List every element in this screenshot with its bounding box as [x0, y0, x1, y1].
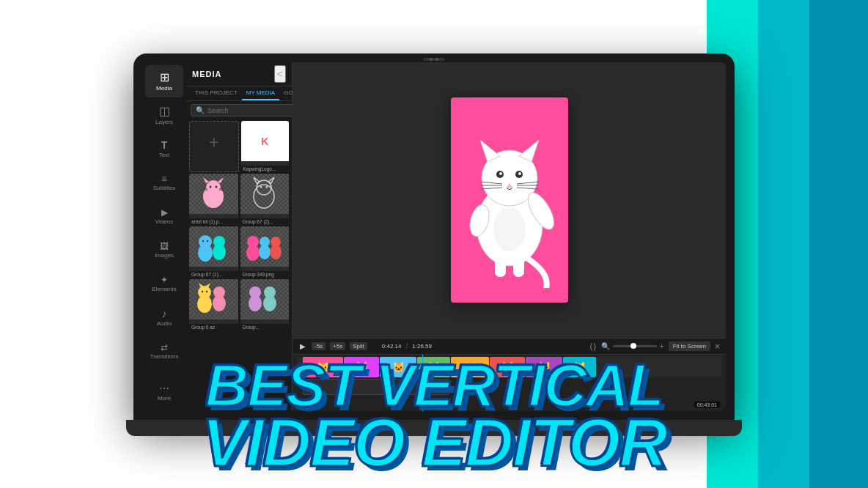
- sidebar-label-audio: Audio: [157, 320, 172, 327]
- media-panel: MEDIA < THIS PROJECT MY MEDIA GOOGLE PHO…: [186, 62, 293, 411]
- editor-main: ▶ -5s +5s Split 0:42.14 / 1:26.59 ⟨⟩ 🔍: [293, 62, 726, 411]
- media-row-3: Group 67 (1)...: [189, 226, 289, 278]
- artist-kit-label: artist kit (1).p...: [189, 218, 238, 225]
- layers-icon: ◫: [159, 106, 170, 117]
- sidebar-item-text[interactable]: T Text: [145, 133, 183, 165]
- subtitles-icon: ≡: [161, 174, 166, 183]
- sidebar-label-elements: Elements: [152, 286, 176, 292]
- sidebar-label-layers: Layers: [155, 119, 173, 125]
- group-67-2-thumb[interactable]: Group 67 (2)...: [240, 174, 290, 225]
- search-bar: 🔍 × Go: [191, 104, 287, 117]
- tab-my-media[interactable]: MY MEDIA: [242, 86, 279, 100]
- timestamp-badge: 00:43:01: [694, 402, 720, 408]
- group-extra-label: Group...: [240, 324, 290, 330]
- group349-label: Group 349.png: [240, 271, 290, 278]
- panel-collapse-button[interactable]: <: [274, 65, 286, 83]
- clip-1-thumb: 🐱: [317, 361, 329, 373]
- zoom-thumb: [630, 343, 636, 349]
- clip-4-thumb: 🐱: [427, 361, 440, 373]
- media-row-2: artist kit (1).p...: [189, 174, 289, 225]
- sidebar-item-layers[interactable]: ◫ Layers: [145, 99, 183, 131]
- sidebar-item-media[interactable]: ⊞ Media: [145, 65, 183, 97]
- transitions-icon: ⇄: [161, 343, 168, 352]
- group349-inner: [240, 226, 290, 267]
- bg-bar-blue: [809, 0, 868, 488]
- split-button[interactable]: Split: [350, 342, 367, 350]
- upload-plus-icon: +: [209, 132, 219, 152]
- clip-6[interactable]: 🐱: [490, 357, 525, 377]
- svg-point-17: [198, 244, 213, 262]
- play-button[interactable]: ▶: [298, 341, 307, 352]
- svg-point-15: [266, 185, 268, 188]
- clip-1[interactable]: 🐱: [303, 357, 343, 377]
- group-349-thumb[interactable]: Group 349.png: [240, 226, 290, 278]
- cat-svg-pink: [197, 176, 230, 212]
- video-preview: [451, 97, 568, 303]
- timeline-track-2[interactable]: [297, 379, 721, 395]
- sidebar-item-transitions[interactable]: ⇄ Transitions: [145, 335, 183, 367]
- timeline: ▶ -5s +5s Split 0:42.14 / 1:26.59 ⟨⟩ 🔍: [293, 338, 726, 411]
- sidebar-item-audio[interactable]: ♪ Audio: [145, 301, 183, 333]
- clip-8[interactable]: 🐱: [563, 357, 596, 377]
- search-input-wrapper[interactable]: 🔍 ×: [191, 104, 302, 117]
- sidebar-label-videos: Videos: [155, 218, 173, 225]
- cat-svg-white: [248, 176, 281, 212]
- group-0-az-thumb[interactable]: Group 0 az: [189, 279, 238, 330]
- sidebar-item-videos[interactable]: ▶ Videos: [145, 200, 183, 232]
- clip-2[interactable]: 🐱: [344, 357, 379, 377]
- clip-3[interactable]: 🐱: [380, 357, 416, 377]
- svg-point-25: [259, 245, 271, 259]
- kapwing-logo-thumb[interactable]: K KapwingLogo...: [241, 121, 290, 172]
- media-icon: ⊞: [160, 72, 169, 84]
- svg-point-19: [213, 244, 226, 260]
- zoom-slider[interactable]: [613, 345, 657, 347]
- artist-kit-thumb[interactable]: artist kit (1).p...: [189, 174, 238, 225]
- more-icon: ⋯: [159, 383, 169, 393]
- svg-point-14: [260, 185, 262, 188]
- sidebar-label-subtitles: Subtitles: [153, 185, 176, 191]
- search-input[interactable]: [207, 107, 290, 114]
- plus5-button[interactable]: +5s: [330, 342, 345, 350]
- panel-title: MEDIA: [192, 70, 221, 78]
- timeline-close-button[interactable]: ×: [715, 341, 720, 352]
- svg-point-21: [207, 240, 208, 241]
- sidebar-item-elements[interactable]: ✦ Elements: [145, 267, 183, 300]
- svg-point-4: [209, 185, 211, 188]
- tab-this-project[interactable]: THIS PROJECT: [191, 86, 242, 100]
- minus5-button[interactable]: -5s: [312, 342, 326, 350]
- group-67-1-thumb[interactable]: Group 67 (1)...: [189, 226, 238, 278]
- svg-marker-3: [218, 177, 224, 183]
- svg-marker-12: [254, 177, 260, 183]
- clip-t2-1[interactable]: [303, 379, 449, 395]
- sidebar-item-images[interactable]: 🖼 Images: [145, 234, 183, 266]
- svg-point-5: [215, 185, 217, 188]
- group-extra-thumb[interactable]: Group...: [240, 279, 290, 330]
- timeline-track-1[interactable]: 🐱 🐱 🐱 🐱 🐱: [297, 357, 721, 377]
- zoom-out-icon: 🔍: [601, 342, 610, 350]
- sidebar-item-subtitles[interactable]: ≡ Subtitles: [145, 166, 183, 199]
- clip-7-thumb: 🐱: [538, 361, 551, 373]
- group67-2-inner: [240, 174, 290, 214]
- canvas-area: [293, 62, 726, 338]
- group67-1-label: Group 67 (1)...: [189, 271, 238, 278]
- sidebar-item-more[interactable]: ⋯ More: [145, 376, 183, 408]
- fit-to-screen-button[interactable]: Fit to Screen: [669, 341, 710, 351]
- sidebar: ⊞ Media ◫ Layers T Text ≡ Subtitles ▶: [142, 62, 186, 411]
- current-time: 0:42.14: [382, 343, 402, 350]
- track-gap: [297, 357, 303, 377]
- kapwing-k-icon: K: [261, 136, 268, 147]
- media-row-1: + K KapwingLogo...: [189, 121, 289, 172]
- clip-6-thumb: 🐱: [501, 361, 514, 373]
- laptop-camera: [423, 58, 445, 61]
- laptop-base: [126, 420, 742, 436]
- upload-thumb[interactable]: +: [189, 121, 239, 172]
- laptop-device: ⊞ Media ◫ Layers T Text ≡ Subtitles ▶: [133, 53, 735, 435]
- clip-7[interactable]: 🐱: [526, 357, 562, 377]
- svg-point-57: [493, 207, 526, 251]
- svg-rect-58: [495, 255, 506, 277]
- sidebar-label-transitions: Transitions: [150, 353, 179, 360]
- svg-point-46: [499, 172, 502, 175]
- cat-svg-mixed: [244, 279, 284, 319]
- clip-3-thumb: 🐱: [392, 361, 405, 373]
- clip-5[interactable]: 🐱: [451, 357, 489, 377]
